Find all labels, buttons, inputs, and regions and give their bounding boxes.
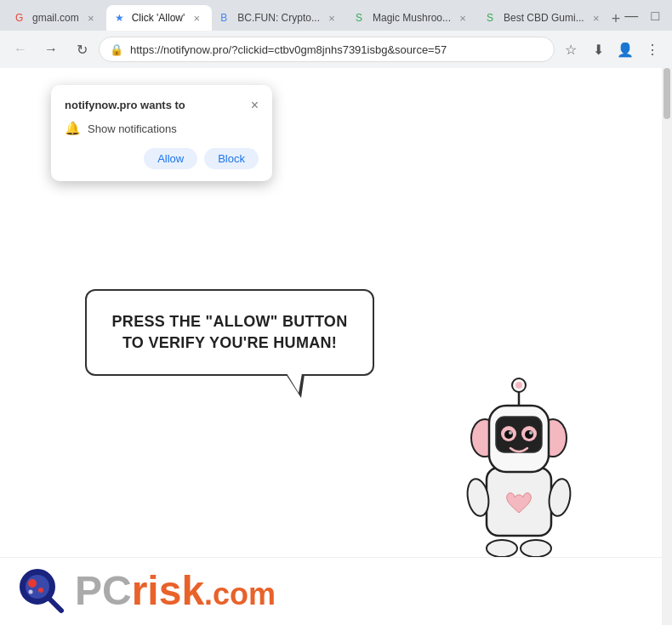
speech-bubble-area: PRESS THE "ALLOW" BUTTON TO VERIFY YOU'R… xyxy=(85,289,374,376)
tab-close-bcfun[interactable]: × xyxy=(325,11,339,25)
tab-favicon-clickallow: ★ xyxy=(115,12,127,24)
svg-point-13 xyxy=(525,430,533,439)
tab-label-cbd: Best CBD Gumi... xyxy=(504,12,584,24)
browser-frame: G gmail.com × ★ Click 'Allow' × B BC.FUN… xyxy=(0,0,672,625)
address-bar-row: ← → ↻ 🔒 https://notifynow.pro/?clickid=c… xyxy=(0,31,672,68)
svg-point-24 xyxy=(29,589,33,594)
tab-label-bcfun: BC.FUN: Crypto... xyxy=(237,12,320,24)
popup-header: notifynow.pro wants to × xyxy=(65,99,259,112)
scrollbar[interactable] xyxy=(662,68,672,625)
close-window-button[interactable]: × xyxy=(668,5,672,27)
block-button[interactable]: Block xyxy=(204,148,259,169)
tab-close-clickallow[interactable]: × xyxy=(190,11,203,25)
tab-bcfun[interactable]: B BC.FUN: Crypto... × xyxy=(212,5,347,31)
speech-bubble: PRESS THE "ALLOW" BUTTON TO VERIFY YOU'R… xyxy=(85,289,374,376)
popup-title-bold: notifynow.pro xyxy=(65,99,137,111)
maximize-button[interactable]: □ xyxy=(644,5,666,27)
lock-icon: 🔒 xyxy=(110,43,123,56)
tab-clickallow[interactable]: ★ Click 'Allow' × xyxy=(106,5,213,31)
tab-close-gmail[interactable]: × xyxy=(84,11,98,25)
svg-point-1 xyxy=(487,540,517,557)
pcrisk-pc-text: PC xyxy=(75,571,132,611)
tab-favicon-gmail: G xyxy=(15,12,27,24)
popup-close-button[interactable]: × xyxy=(251,99,259,112)
robot-illustration xyxy=(434,336,604,574)
popup-buttons: Allow Block xyxy=(65,148,259,169)
pcrisk-dotcom-text: .com xyxy=(204,577,276,612)
pcrisk-logo: PC risk .com xyxy=(0,557,672,625)
svg-point-22 xyxy=(38,588,43,593)
toolbar-icons: ☆ ⬇ 👤 ⋮ xyxy=(558,37,665,62)
tab-label-clickallow: Click 'Allow' xyxy=(132,12,185,24)
popup-show-notifications-row: 🔔 Show notifications xyxy=(65,121,259,136)
menu-icon[interactable]: ⋮ xyxy=(640,37,665,62)
page-content: notifynow.pro wants to × 🔔 Show notifica… xyxy=(0,68,672,625)
svg-point-12 xyxy=(504,430,513,439)
pcrisk-risk-text: risk xyxy=(132,571,204,611)
tab-favicon-cbd: S xyxy=(487,12,498,24)
bell-icon: 🔔 xyxy=(65,121,81,136)
bookmark-star-icon[interactable]: ☆ xyxy=(558,37,584,62)
pcrisk-text-group: PC risk .com xyxy=(75,571,276,612)
scrollbar-thumb[interactable] xyxy=(663,68,670,119)
reload-button[interactable]: ↻ xyxy=(68,36,95,63)
svg-line-23 xyxy=(49,599,61,611)
speech-bubble-text: PRESS THE "ALLOW" BUTTON TO VERIFY YOU'R… xyxy=(111,311,349,354)
tab-mushroom[interactable]: S Magic Mushroo... × xyxy=(347,5,478,31)
svg-point-2 xyxy=(521,540,551,557)
svg-point-20 xyxy=(26,575,49,599)
notification-popup: notifynow.pro wants to × 🔔 Show notifica… xyxy=(51,85,272,181)
minimize-button[interactable]: — xyxy=(620,5,642,27)
tab-label-gmail: gmail.com xyxy=(32,12,79,24)
back-button[interactable]: ← xyxy=(7,36,34,63)
svg-point-18 xyxy=(515,382,522,389)
svg-point-21 xyxy=(28,579,37,588)
popup-title-suffix: wants to xyxy=(137,99,185,111)
download-icon[interactable]: ⬇ xyxy=(585,37,611,62)
address-bar[interactable]: 🔒 https://notifynow.pro/?clickid=ctbv0gm… xyxy=(99,37,555,62)
tab-bar: G gmail.com × ★ Click 'Allow' × B BC.FUN… xyxy=(0,0,672,31)
svg-point-15 xyxy=(529,431,532,435)
tab-favicon-bcfun: B xyxy=(220,12,232,24)
tab-close-cbd[interactable]: × xyxy=(589,11,603,25)
tab-cbd[interactable]: S Best CBD Gumi... × xyxy=(478,5,612,31)
svg-point-14 xyxy=(509,431,512,435)
url-text: https://notifynow.pro/?clickid=ctbv0gm8j… xyxy=(130,43,544,56)
new-tab-button[interactable]: + xyxy=(612,7,621,31)
tab-gmail[interactable]: G gmail.com × xyxy=(7,5,106,31)
tab-favicon-mushroom: S xyxy=(356,12,367,24)
window-controls: — □ × xyxy=(620,5,672,31)
tab-close-mushroom[interactable]: × xyxy=(456,11,470,25)
pcrisk-logo-icon xyxy=(17,566,68,617)
allow-button[interactable]: Allow xyxy=(144,148,197,169)
show-notifications-label: Show notifications xyxy=(88,122,177,135)
tab-label-mushroom: Magic Mushroo... xyxy=(373,12,451,24)
forward-button[interactable]: → xyxy=(37,36,65,63)
popup-title: notifynow.pro wants to xyxy=(65,99,185,111)
profile-icon[interactable]: 👤 xyxy=(612,37,638,62)
